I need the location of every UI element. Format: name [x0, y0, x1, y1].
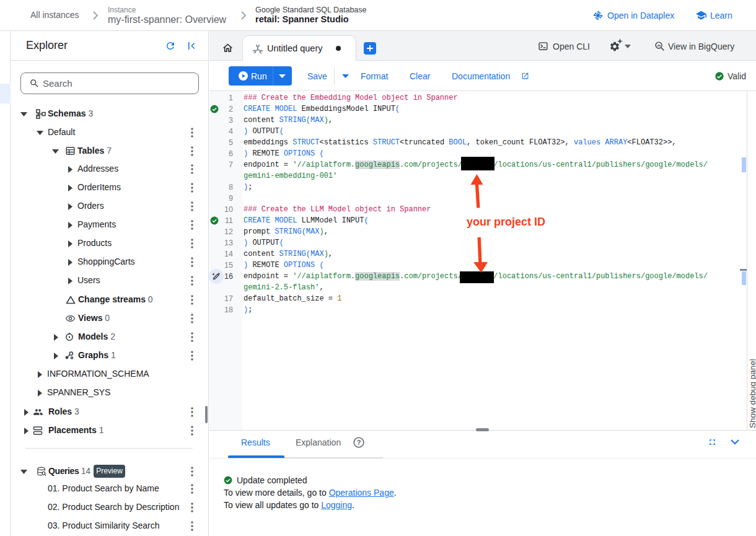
svg-text:?: ? [357, 439, 361, 446]
